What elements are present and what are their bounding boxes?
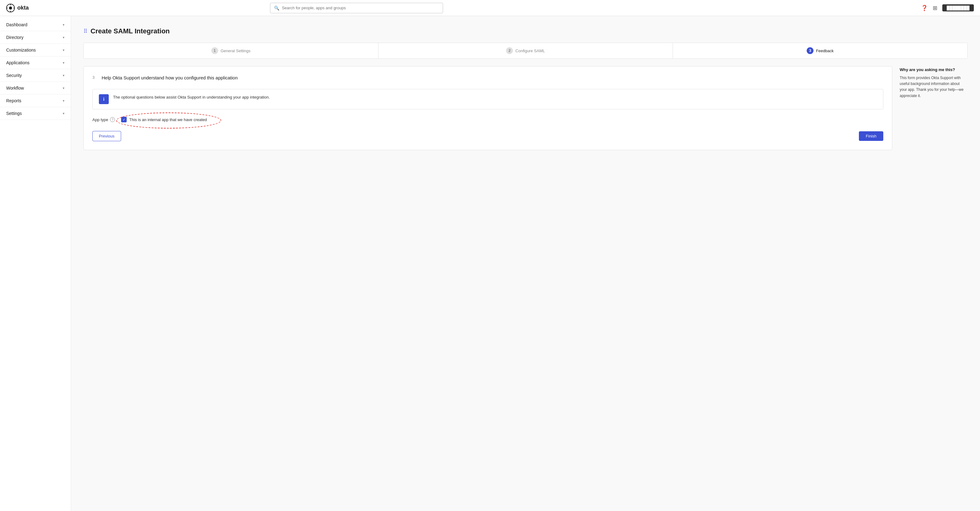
sidebar-item-workflow[interactable]: Workflow ▾ [0, 82, 71, 94]
search-input[interactable] [282, 6, 439, 10]
chevron-down-icon: ▾ [63, 35, 65, 40]
sidebar-item-applications[interactable]: Applications ▾ [0, 57, 71, 69]
app-type-row: App type ? ✓ This is an internal app tha… [92, 117, 883, 123]
okta-logo-icon [6, 4, 15, 12]
help-button[interactable]: ❓ [921, 5, 928, 11]
side-panel-text: This form provides Okta Support with use… [900, 75, 968, 99]
side-panel: Why are you asking me this? This form pr… [900, 66, 968, 150]
sidebar-item-reports[interactable]: Reports ▾ [0, 94, 71, 107]
chevron-down-icon: ▾ [63, 111, 65, 116]
chevron-down-icon: ▾ [63, 61, 65, 65]
sidebar-item-label: Settings [6, 111, 22, 116]
svg-point-1 [9, 6, 12, 10]
top-navigation: okta 🔍 ❓ ⊞ ████████ [0, 0, 980, 16]
checkbox-checked-icon: ✓ [121, 117, 127, 123]
buttons-row: Previous Finish [92, 131, 883, 141]
tab-feedback[interactable]: 3 Feedback [673, 43, 967, 58]
tab-configure-saml[interactable]: 2 Configure SAML [379, 43, 673, 58]
app-type-text: App type [92, 118, 108, 122]
main-content: ⠿ Create SAML Integration 1 General Sett… [71, 16, 980, 511]
checkbox-label-text: This is an internal app that we have cre… [129, 118, 207, 122]
tab-label-feedback: Feedback [816, 48, 834, 53]
sidebar-item-label: Reports [6, 98, 21, 103]
finish-button[interactable]: Finish [859, 131, 883, 141]
chevron-down-icon: ▾ [63, 99, 65, 103]
chevron-down-icon: ▾ [63, 73, 65, 78]
sidebar-item-label: Workflow [6, 86, 24, 91]
step-badge-1: 1 [211, 47, 218, 54]
search-bar[interactable]: 🔍 [270, 3, 443, 13]
sidebar-item-settings[interactable]: Settings ▾ [0, 107, 71, 120]
sidebar-item-security[interactable]: Security ▾ [0, 69, 71, 82]
form-card: 3 Help Okta Support understand how you c… [83, 66, 892, 150]
user-profile-badge[interactable]: ████████ [942, 4, 974, 11]
step-number: 3 [92, 75, 97, 80]
step-badge-2: 2 [506, 47, 513, 54]
side-panel-title: Why are you asking me this? [900, 67, 968, 72]
sidebar: Dashboard ▾ Directory ▾ Customizations ▾… [0, 16, 71, 511]
sidebar-item-customizations[interactable]: Customizations ▾ [0, 44, 71, 57]
previous-button[interactable]: Previous [92, 131, 121, 141]
app-type-help-icon[interactable]: ? [110, 117, 115, 122]
form-area: 3 Help Okta Support understand how you c… [83, 66, 968, 150]
sidebar-item-directory[interactable]: Directory ▾ [0, 31, 71, 44]
tab-label-configure-saml: Configure SAML [515, 48, 545, 53]
page-title-row: ⠿ Create SAML Integration [83, 27, 968, 35]
chevron-down-icon: ▾ [63, 86, 65, 90]
chevron-down-icon: ▾ [63, 23, 65, 27]
step-heading: Help Okta Support understand how you con… [102, 75, 238, 80]
sidebar-item-label: Dashboard [6, 22, 27, 27]
sidebar-item-dashboard[interactable]: Dashboard ▾ [0, 19, 71, 31]
page-title: Create SAML Integration [91, 27, 170, 35]
info-icon: i [99, 94, 109, 104]
sidebar-item-label: Customizations [6, 48, 36, 53]
tab-label-general-settings: General Settings [221, 48, 251, 53]
chevron-down-icon: ▾ [63, 48, 65, 52]
app-type-label: App type ? [92, 117, 115, 122]
info-box: i The optional questions below assist Ok… [92, 89, 883, 109]
search-icon: 🔍 [274, 6, 279, 11]
sidebar-item-label: Directory [6, 35, 24, 40]
info-text: The optional questions below assist Okta… [113, 94, 270, 100]
okta-logo[interactable]: okta [6, 4, 29, 12]
step-tabs: 1 General Settings 2 Configure SAML 3 Fe… [83, 43, 968, 59]
sidebar-item-label: Security [6, 73, 22, 78]
checkbox-option-wrapper: ✓ This is an internal app that we have c… [121, 117, 207, 123]
apps-grid-button[interactable]: ⊞ [933, 5, 937, 11]
step-badge-3: 3 [807, 47, 813, 54]
tab-general-settings[interactable]: 1 General Settings [84, 43, 379, 58]
internal-app-checkbox-label[interactable]: ✓ This is an internal app that we have c… [121, 117, 207, 123]
sidebar-item-label: Applications [6, 60, 30, 65]
nav-icons: ❓ ⊞ ████████ [921, 4, 974, 11]
page-layout: Dashboard ▾ Directory ▾ Customizations ▾… [0, 0, 980, 511]
form-step-header: 3 Help Okta Support understand how you c… [92, 75, 883, 80]
saml-integration-icon: ⠿ [83, 28, 88, 35]
